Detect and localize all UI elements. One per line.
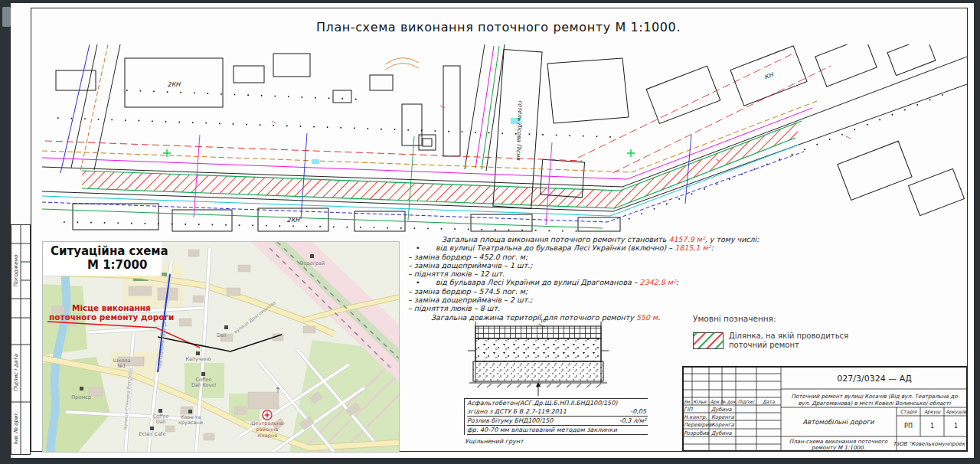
repair-area-hatch: [82, 121, 802, 208]
col-zm: Зм.: [683, 399, 691, 404]
church-cross-icon: †: [276, 387, 279, 394]
section-layer-descriptions: Асфальтобетон(АСГ.Др.Щ.Б.НП.ІІ.БНД100/15…: [464, 398, 648, 446]
role-gip: ГІП: [684, 407, 693, 413]
cyan-highlights: [312, 118, 521, 164]
map-label-vodohrai: Водограй: [300, 260, 325, 266]
section-dim-label: 10: [540, 318, 547, 323]
col-ark: Арк.: [710, 399, 721, 405]
note-line: – заміна дощеприймачів – 1 шт.;: [408, 261, 742, 270]
name-gip: Дубина: [711, 407, 732, 413]
hotel-label: готель Лісова Пісня: [515, 100, 524, 161]
map-title-box: Ситуаційна схема М 1:7000: [43, 242, 168, 276]
drawing-viewer: Погоджено Підпис і дата Інв. № ориг. Пла…: [0, 0, 980, 464]
crushed-stone-layer: [475, 338, 601, 361]
note-line: •від вулиці Театральна до бульвара Лесі …: [408, 243, 742, 252]
map-label-kapuchyno: Капучино: [186, 356, 211, 362]
frame-side-stamp: Погоджено Підпис і дата Інв. № ориг.: [11, 224, 31, 455]
legend-title: Умовні позначення:: [693, 314, 776, 323]
note-line: – заміна бордюр – 574.5 пог. м;: [408, 287, 742, 296]
doc-number: 027/3/0324 — АД: [837, 374, 912, 384]
viewer-scrollbar-thumb[interactable]: [2, 7, 11, 27]
situational-map: † Водограй Школа №1 Премєр Капучино Coff…: [42, 241, 400, 453]
note-line: Загальна площа виконання поточного ремон…: [408, 235, 742, 243]
building-label: 2КН: [287, 217, 301, 224]
svg-text:Dali Kovel: Dali Kovel: [191, 382, 216, 388]
map-scale: М 1:7000: [87, 258, 147, 272]
title-block: 027/3/0324 — АД Поточний ремонт вулиці К…: [682, 366, 968, 452]
hospital-icon: [263, 410, 272, 420]
stage-label: Стадія: [900, 409, 918, 414]
repair-notes: Загальна площа виконання поточного ремон…: [408, 235, 742, 322]
building-label: 2КН: [168, 81, 181, 88]
svg-text:лікарня: лікарня: [257, 433, 277, 439]
map-label-premier: Премєр: [71, 394, 91, 400]
note-line: – підняття люків – 8 шт.: [408, 304, 742, 312]
layer-row: Розлив бітуму БНД100/150-0,3 л/м²: [467, 417, 648, 426]
name-rozrobyv: Дубина: [711, 430, 732, 436]
legend-item-label: Ділянка, на якій проводиться поточний ре…: [729, 332, 848, 349]
sheet-number: 1: [930, 423, 934, 430]
svg-text:районна: районна: [256, 426, 279, 433]
svg-text:Місце виконання: Місце виконання: [72, 303, 151, 312]
pavement-section-detail: 10: [462, 317, 615, 397]
legend-swatch: [693, 332, 724, 349]
col-ndok: № док.: [720, 399, 737, 404]
col-pidpys: Підпис: [737, 399, 755, 404]
sheet-label: Аркуш: [924, 409, 941, 415]
discipline: Автомобільні дороги: [803, 418, 874, 426]
svg-text:поточного ремонту дороги: поточного ремонту дороги: [49, 312, 174, 322]
note-line: – заміна бордюр – 452.0 пог. м;: [408, 253, 742, 261]
geodetic-cross-markers: [163, 149, 635, 157]
sheets-label: Аркушів: [946, 409, 966, 415]
map-label-hospital: Центральна: [251, 420, 283, 426]
sheets-total: 1: [954, 423, 958, 430]
layer-row: Асфальтобетон(АСГ.Др.Щ.Б.НП.ІІ.БНД100/15…: [467, 399, 648, 407]
map-title: Ситуаційна схема: [51, 244, 168, 258]
stage-value: РП: [904, 423, 913, 430]
layer-table: Асфальтобетон(АСГ.Др.Щ.Б.НП.ІІ.БНД100/15…: [464, 398, 648, 435]
project-name: Поточний ремонт вулиці Косачів (Від вул.…: [791, 393, 958, 400]
map-label-dali: Dali: [217, 332, 227, 338]
note-line: •від бульвара Лесі Українки до вулиці Др…: [408, 278, 742, 286]
svg-text:№1: №1: [118, 363, 126, 369]
svg-text:круасани: круасани: [178, 420, 203, 426]
ground-label: Ущільнений грунт: [464, 437, 648, 446]
name-nkontr: Коренга: [711, 414, 734, 420]
note-line: – підняття люків – 12 шт.: [408, 270, 742, 278]
stamp-approved-label: Погоджено: [13, 254, 19, 287]
page-title: План-схема виконання поточного ремонту М…: [31, 20, 966, 34]
main-plan-drawing: 2КН 2КН КН готель Лісова Пісня: [42, 44, 969, 234]
map-label-eclair: Eclair Cafe: [139, 431, 166, 437]
layer-row: згідно з ДСТУ Б В.2.7-119:2011-0,05: [467, 407, 648, 417]
note-line: – заміна дощеприймачів – 2 шт.;: [408, 296, 742, 304]
name-pereviryv: Коренга: [711, 422, 734, 428]
col-kilk: Кільк.: [693, 399, 707, 404]
role-pereviryv: Перевірив: [684, 422, 712, 428]
stamp-inventory-label: Інв. № ориг.: [13, 411, 19, 445]
layer-row: фр. 40-70 мм влаштований методом заклинк…: [467, 426, 648, 435]
building-label: КН: [763, 71, 775, 81]
asphalt-layer: [475, 326, 601, 338]
base-layer: [473, 361, 603, 381]
svg-text:вул. Драгоманова) в місті Кове: вул. Драгоманова) в місті Ковелі Волинсь…: [799, 400, 952, 407]
role-rozrobyv: Розробив: [684, 430, 710, 436]
svg-text:Dali: Dali: [156, 419, 166, 425]
role-nkontr: Н.контр.: [684, 414, 707, 420]
svg-text:ремонту М 1:1000.: ремонту М 1:1000.: [812, 444, 865, 451]
stamp-sigdate-label: Підпис і дата: [13, 354, 19, 392]
company: ТзОВ "Ковелькомунпроект": [893, 441, 968, 447]
side-stamp-labels: Погоджено Підпис і дата Інв. № ориг.: [13, 254, 19, 445]
title-block-text: 027/3/0324 — АД Поточний ремонт вулиці К…: [683, 374, 968, 451]
col-data: Дата: [763, 399, 775, 404]
